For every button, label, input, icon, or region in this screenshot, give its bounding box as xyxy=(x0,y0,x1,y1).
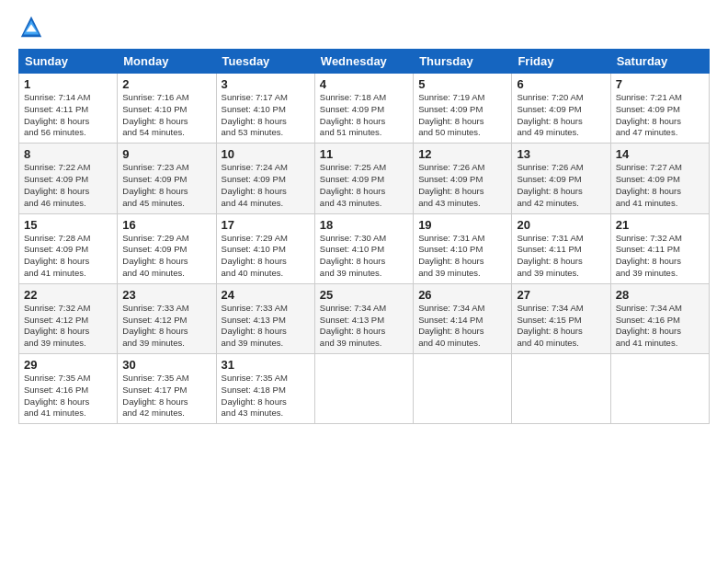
day-number: 21 xyxy=(616,218,704,232)
day-info: Sunrise: 7:31 AMSunset: 4:10 PMDaylight:… xyxy=(418,233,506,280)
calendar-cell: 29 Sunrise: 7:35 AMSunset: 4:16 PMDaylig… xyxy=(19,354,118,424)
day-number: 16 xyxy=(122,218,210,232)
day-info: Sunrise: 7:34 AMSunset: 4:13 PMDaylight:… xyxy=(320,303,408,350)
calendar-cell: 12 Sunrise: 7:26 AMSunset: 4:09 PMDaylig… xyxy=(414,144,512,213)
calendar-header-row: SundayMondayTuesdayWednesdayThursdayFrid… xyxy=(19,50,710,74)
day-info: Sunrise: 7:34 AMSunset: 4:16 PMDaylight:… xyxy=(616,303,704,350)
calendar-cell: 3 Sunrise: 7:17 AMSunset: 4:10 PMDayligh… xyxy=(216,74,314,144)
calendar-cell: 25 Sunrise: 7:34 AMSunset: 4:13 PMDaylig… xyxy=(314,283,413,353)
day-number: 20 xyxy=(517,218,605,232)
calendar-cell: 20 Sunrise: 7:31 AMSunset: 4:11 PMDaylig… xyxy=(512,213,610,283)
calendar-cell: 30 Sunrise: 7:35 AMSunset: 4:17 PMDaylig… xyxy=(118,354,216,424)
calendar-cell: 18 Sunrise: 7:30 AMSunset: 4:10 PMDaylig… xyxy=(314,213,413,283)
calendar-cell: 13 Sunrise: 7:26 AMSunset: 4:09 PMDaylig… xyxy=(512,144,610,213)
calendar-cell xyxy=(314,354,413,424)
day-number: 3 xyxy=(222,77,310,91)
calendar-cell: 15 Sunrise: 7:28 AMSunset: 4:09 PMDaylig… xyxy=(19,213,118,283)
day-number: 4 xyxy=(320,77,408,91)
calendar-cell: 28 Sunrise: 7:34 AMSunset: 4:16 PMDaylig… xyxy=(610,283,709,353)
day-number: 28 xyxy=(616,288,704,302)
calendar-cell: 31 Sunrise: 7:35 AMSunset: 4:18 PMDaylig… xyxy=(216,354,314,424)
calendar-cell: 23 Sunrise: 7:33 AMSunset: 4:12 PMDaylig… xyxy=(118,283,216,353)
calendar-week-row: 15 Sunrise: 7:28 AMSunset: 4:09 PMDaylig… xyxy=(19,213,710,283)
day-info: Sunrise: 7:27 AMSunset: 4:09 PMDaylight:… xyxy=(616,162,704,209)
calendar-cell: 17 Sunrise: 7:29 AMSunset: 4:10 PMDaylig… xyxy=(216,213,314,283)
calendar-week-row: 1 Sunrise: 7:14 AMSunset: 4:11 PMDayligh… xyxy=(19,74,710,144)
day-info: Sunrise: 7:26 AMSunset: 4:09 PMDaylight:… xyxy=(517,162,605,209)
day-header-friday: Friday xyxy=(512,50,610,74)
day-number: 24 xyxy=(222,288,310,302)
calendar-week-row: 22 Sunrise: 7:32 AMSunset: 4:12 PMDaylig… xyxy=(19,283,710,353)
header xyxy=(18,14,710,40)
day-number: 9 xyxy=(122,147,210,161)
day-number: 8 xyxy=(24,147,112,161)
calendar-cell: 16 Sunrise: 7:29 AMSunset: 4:09 PMDaylig… xyxy=(118,213,216,283)
calendar-cell: 14 Sunrise: 7:27 AMSunset: 4:09 PMDaylig… xyxy=(610,144,709,213)
day-number: 2 xyxy=(122,77,210,91)
day-number: 15 xyxy=(24,218,112,232)
calendar-week-row: 8 Sunrise: 7:22 AMSunset: 4:09 PMDayligh… xyxy=(19,144,710,213)
day-header-sunday: Sunday xyxy=(19,50,118,74)
day-number: 10 xyxy=(222,147,310,161)
day-info: Sunrise: 7:16 AMSunset: 4:10 PMDaylight:… xyxy=(122,92,210,139)
calendar-cell: 1 Sunrise: 7:14 AMSunset: 4:11 PMDayligh… xyxy=(19,74,118,144)
day-number: 31 xyxy=(222,358,310,372)
calendar-cell: 4 Sunrise: 7:18 AMSunset: 4:09 PMDayligh… xyxy=(314,74,413,144)
day-number: 14 xyxy=(616,147,704,161)
day-header-saturday: Saturday xyxy=(610,50,709,74)
calendar-cell: 5 Sunrise: 7:19 AMSunset: 4:09 PMDayligh… xyxy=(414,74,512,144)
calendar-cell: 11 Sunrise: 7:25 AMSunset: 4:09 PMDaylig… xyxy=(314,144,413,213)
logo xyxy=(18,14,46,40)
calendar-cell: 9 Sunrise: 7:23 AMSunset: 4:09 PMDayligh… xyxy=(118,144,216,213)
day-number: 13 xyxy=(517,147,605,161)
calendar-cell: 6 Sunrise: 7:20 AMSunset: 4:09 PMDayligh… xyxy=(512,74,610,144)
day-info: Sunrise: 7:33 AMSunset: 4:13 PMDaylight:… xyxy=(222,303,310,350)
day-info: Sunrise: 7:35 AMSunset: 4:17 PMDaylight:… xyxy=(122,373,210,419)
calendar-cell: 27 Sunrise: 7:34 AMSunset: 4:15 PMDaylig… xyxy=(512,283,610,353)
calendar-cell: 7 Sunrise: 7:21 AMSunset: 4:09 PMDayligh… xyxy=(610,74,709,144)
day-info: Sunrise: 7:14 AMSunset: 4:11 PMDaylight:… xyxy=(24,92,112,139)
day-info: Sunrise: 7:33 AMSunset: 4:12 PMDaylight:… xyxy=(122,303,210,350)
calendar-cell xyxy=(414,354,512,424)
day-header-thursday: Thursday xyxy=(414,50,512,74)
day-info: Sunrise: 7:35 AMSunset: 4:18 PMDaylight:… xyxy=(222,373,310,419)
day-number: 30 xyxy=(122,358,210,372)
day-number: 19 xyxy=(418,218,506,232)
calendar-cell xyxy=(610,354,709,424)
day-info: Sunrise: 7:31 AMSunset: 4:11 PMDaylight:… xyxy=(517,233,605,280)
calendar-cell: 8 Sunrise: 7:22 AMSunset: 4:09 PMDayligh… xyxy=(19,144,118,213)
day-info: Sunrise: 7:35 AMSunset: 4:16 PMDaylight:… xyxy=(24,373,112,419)
day-info: Sunrise: 7:29 AMSunset: 4:09 PMDaylight:… xyxy=(122,233,210,280)
day-number: 12 xyxy=(418,147,506,161)
calendar-cell: 2 Sunrise: 7:16 AMSunset: 4:10 PMDayligh… xyxy=(118,74,216,144)
day-number: 22 xyxy=(24,288,112,302)
day-info: Sunrise: 7:19 AMSunset: 4:09 PMDaylight:… xyxy=(418,92,506,139)
calendar-table: SundayMondayTuesdayWednesdayThursdayFrid… xyxy=(18,49,710,424)
calendar-cell: 22 Sunrise: 7:32 AMSunset: 4:12 PMDaylig… xyxy=(19,283,118,353)
day-info: Sunrise: 7:18 AMSunset: 4:09 PMDaylight:… xyxy=(320,92,408,139)
calendar-cell: 19 Sunrise: 7:31 AMSunset: 4:10 PMDaylig… xyxy=(414,213,512,283)
day-header-tuesday: Tuesday xyxy=(216,50,314,74)
day-info: Sunrise: 7:17 AMSunset: 4:10 PMDaylight:… xyxy=(222,92,310,139)
day-number: 18 xyxy=(320,218,408,232)
day-number: 25 xyxy=(320,288,408,302)
calendar-cell: 21 Sunrise: 7:32 AMSunset: 4:11 PMDaylig… xyxy=(610,213,709,283)
day-info: Sunrise: 7:22 AMSunset: 4:09 PMDaylight:… xyxy=(24,162,112,209)
day-number: 11 xyxy=(320,147,408,161)
day-info: Sunrise: 7:28 AMSunset: 4:09 PMDaylight:… xyxy=(24,233,112,280)
day-number: 27 xyxy=(517,288,605,302)
day-info: Sunrise: 7:24 AMSunset: 4:09 PMDaylight:… xyxy=(222,162,310,209)
day-info: Sunrise: 7:34 AMSunset: 4:15 PMDaylight:… xyxy=(517,303,605,350)
day-info: Sunrise: 7:25 AMSunset: 4:09 PMDaylight:… xyxy=(320,162,408,209)
day-number: 17 xyxy=(222,218,310,232)
day-header-monday: Monday xyxy=(118,50,216,74)
day-info: Sunrise: 7:30 AMSunset: 4:10 PMDaylight:… xyxy=(320,233,408,280)
calendar-cell: 26 Sunrise: 7:34 AMSunset: 4:14 PMDaylig… xyxy=(414,283,512,353)
day-info: Sunrise: 7:21 AMSunset: 4:09 PMDaylight:… xyxy=(616,92,704,139)
day-number: 1 xyxy=(24,77,112,91)
day-number: 7 xyxy=(616,77,704,91)
day-number: 29 xyxy=(24,358,112,372)
calendar-week-row: 29 Sunrise: 7:35 AMSunset: 4:16 PMDaylig… xyxy=(19,354,710,424)
calendar-cell: 24 Sunrise: 7:33 AMSunset: 4:13 PMDaylig… xyxy=(216,283,314,353)
logo-icon xyxy=(18,14,44,40)
